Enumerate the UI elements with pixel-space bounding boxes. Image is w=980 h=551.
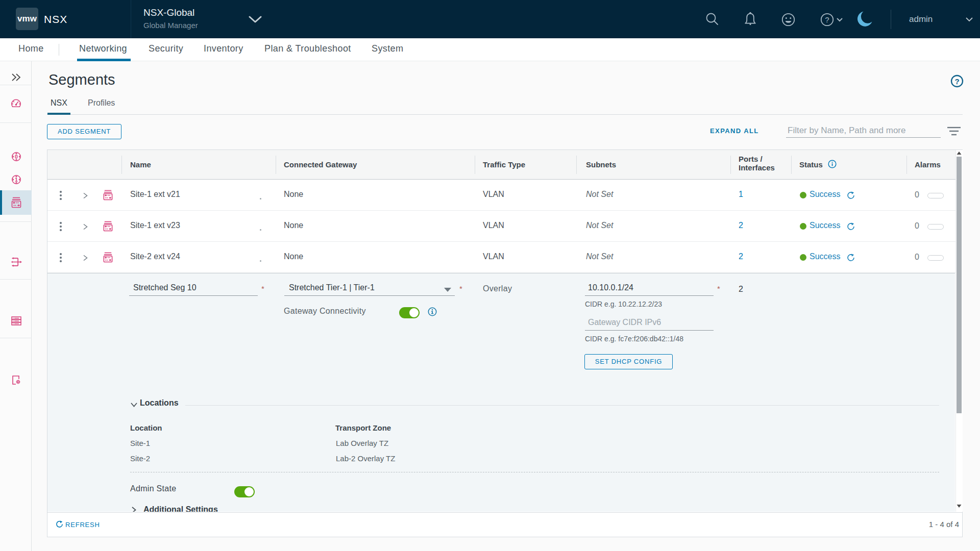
svg-text:?: ? — [954, 77, 959, 86]
svg-text:0: 0 — [15, 154, 18, 160]
svg-text:?: ? — [825, 15, 829, 24]
svg-text:1: 1 — [15, 177, 18, 183]
